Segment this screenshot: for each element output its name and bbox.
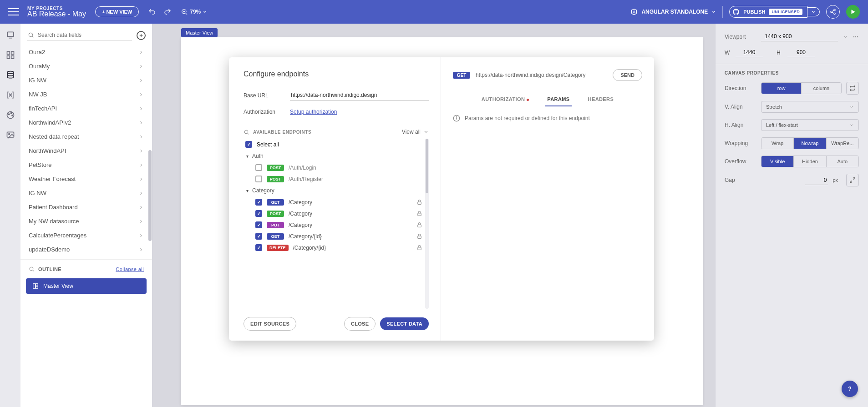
endpoint-checkbox[interactable] bbox=[255, 199, 262, 206]
select-data-button[interactable]: SELECT DATA bbox=[380, 317, 429, 330]
nowrap-btn[interactable]: Nowrap bbox=[794, 138, 826, 149]
share-button[interactable] bbox=[826, 5, 840, 19]
endpoint-scrollbar-thumb[interactable] bbox=[426, 139, 428, 193]
layers-icon[interactable] bbox=[5, 30, 15, 40]
endpoint-row[interactable]: DELETE/Category/{id} bbox=[244, 242, 424, 253]
more-icon[interactable] bbox=[853, 34, 859, 40]
datasource-item[interactable]: IG NW bbox=[20, 186, 152, 200]
artboard[interactable]: Configure endpoints Base URL Authorizati… bbox=[181, 37, 703, 405]
endpoint-checkbox[interactable] bbox=[255, 164, 262, 171]
direction-column-btn[interactable]: column bbox=[802, 83, 841, 94]
variables-icon[interactable] bbox=[5, 90, 15, 100]
endpoint-checkbox[interactable] bbox=[255, 244, 262, 251]
components-icon[interactable] bbox=[5, 50, 15, 60]
endpoint-row[interactable]: POST/Auth/Login bbox=[244, 162, 424, 173]
wrap-btn[interactable]: Wrap bbox=[761, 138, 794, 149]
endpoint-checkbox[interactable] bbox=[255, 221, 262, 228]
close-button[interactable]: CLOSE bbox=[344, 317, 376, 331]
height-input[interactable] bbox=[787, 48, 815, 57]
edit-sources-button[interactable]: EDIT SOURCES bbox=[244, 317, 296, 331]
endpoint-row[interactable]: GET/Category bbox=[244, 196, 424, 208]
datasource-item[interactable]: Oura2 bbox=[20, 45, 152, 59]
redo-icon[interactable] bbox=[162, 7, 173, 17]
gap-input[interactable] bbox=[805, 176, 828, 185]
preview-button[interactable] bbox=[846, 5, 860, 19]
lock-icon bbox=[416, 233, 422, 239]
endpoint-checkbox[interactable] bbox=[255, 176, 262, 182]
datasource-item[interactable]: OuraMy bbox=[20, 59, 152, 73]
theme-icon[interactable] bbox=[5, 110, 15, 120]
selected-method-badge: GET bbox=[453, 72, 470, 79]
framework-selector[interactable]: ANGULAR STANDALONE bbox=[630, 8, 716, 15]
tab-params[interactable]: PARAMS bbox=[545, 92, 571, 106]
new-view-button[interactable]: + NEW VIEW bbox=[95, 6, 139, 17]
gap-link-button[interactable] bbox=[846, 174, 859, 186]
swap-direction-button[interactable] bbox=[846, 82, 859, 95]
search-icon[interactable] bbox=[29, 266, 35, 272]
width-input[interactable] bbox=[736, 48, 763, 57]
datasource-item[interactable]: NW JB bbox=[20, 87, 152, 101]
valign-select[interactable]: Stretch bbox=[761, 101, 859, 113]
overflow-segmented: Visible Hidden Auto bbox=[761, 156, 859, 167]
auto-btn[interactable]: Auto bbox=[827, 156, 858, 167]
wraprev-btn[interactable]: WrapRe... bbox=[827, 138, 858, 149]
endpoint-scrollbar-track[interactable] bbox=[425, 139, 429, 309]
datasource-item[interactable]: IG NW bbox=[20, 73, 152, 87]
datasource-item[interactable]: updateDSdemo bbox=[20, 242, 152, 256]
endpoint-row[interactable]: POST/Auth/Register bbox=[244, 173, 424, 185]
sidebar-scroll-thumb[interactable] bbox=[148, 150, 152, 241]
tab-authorization[interactable]: AUTHORIZATION bbox=[480, 92, 531, 106]
undo-icon[interactable] bbox=[147, 7, 157, 17]
view-icon bbox=[32, 283, 39, 289]
datasource-item[interactable]: NorthwindAPIv2 bbox=[20, 116, 152, 130]
viewport-input[interactable] bbox=[761, 32, 838, 41]
zoom-control[interactable]: 79% bbox=[181, 8, 207, 15]
data-icon[interactable] bbox=[5, 70, 15, 80]
properties-panel: Viewport W H CANVAS PROPERTIES Direction… bbox=[715, 24, 868, 407]
menu-icon[interactable] bbox=[8, 6, 19, 17]
halign-select[interactable]: Left / flex-start bbox=[761, 119, 859, 131]
search-input[interactable] bbox=[38, 32, 131, 38]
endpoint-checkbox[interactable] bbox=[255, 233, 262, 240]
datasource-item[interactable]: NorthWindAPI bbox=[20, 144, 152, 158]
direction-row-btn[interactable]: row bbox=[761, 83, 802, 94]
projects-label[interactable]: MY PROJECTS bbox=[27, 6, 86, 11]
chevron-right-icon bbox=[138, 148, 144, 154]
tab-headers[interactable]: HEADERS bbox=[586, 92, 616, 106]
datasource-item[interactable]: Weather Forecast bbox=[20, 172, 152, 186]
datasource-item[interactable]: Patient Dashboard bbox=[20, 200, 152, 214]
help-button[interactable]: ? bbox=[842, 381, 858, 397]
endpoint-row[interactable]: POST/Category bbox=[244, 208, 424, 219]
base-url-input[interactable] bbox=[290, 90, 429, 100]
outline-master-view[interactable]: Master View bbox=[26, 278, 147, 294]
publish-dropdown[interactable] bbox=[807, 7, 820, 16]
search-icon[interactable] bbox=[244, 129, 249, 135]
canvas-view-tag[interactable]: Master View bbox=[181, 28, 218, 37]
chevron-down-icon[interactable] bbox=[843, 34, 848, 40]
select-all-checkbox[interactable] bbox=[245, 141, 252, 148]
hidden-btn[interactable]: Hidden bbox=[794, 156, 826, 167]
select-all-row[interactable]: Select all bbox=[244, 139, 424, 150]
view-all-dropdown[interactable]: View all bbox=[402, 129, 429, 135]
endpoint-group-header[interactable]: ▾Auth bbox=[246, 150, 424, 162]
datasource-item[interactable]: PetStore bbox=[20, 158, 152, 172]
assets-icon[interactable] bbox=[5, 130, 15, 140]
search-box[interactable] bbox=[27, 30, 132, 40]
datasource-item[interactable]: Nested data repeat bbox=[20, 130, 152, 144]
endpoint-checkbox[interactable] bbox=[255, 210, 262, 217]
datasource-item[interactable]: My NW datasource bbox=[20, 214, 152, 228]
datasource-item[interactable]: finTechAPI bbox=[20, 101, 152, 116]
send-button[interactable]: SEND bbox=[613, 69, 642, 81]
endpoint-row[interactable]: GET/Category/{id} bbox=[244, 231, 424, 242]
sidebar-scrollbar[interactable] bbox=[147, 27, 152, 407]
collapse-all-link[interactable]: Collapse all bbox=[116, 266, 144, 272]
setup-authorization-link[interactable]: Setup authorization bbox=[290, 109, 337, 115]
endpoint-group-header[interactable]: ▾Category bbox=[246, 185, 424, 196]
publish-button[interactable]: PUBLISH UNLICENSED bbox=[729, 6, 807, 18]
svg-point-16 bbox=[7, 71, 13, 74]
add-datasource-button[interactable]: + bbox=[137, 31, 146, 40]
datasource-item[interactable]: CalculatePercentages bbox=[20, 228, 152, 242]
modal-title: Configure endpoints bbox=[244, 70, 429, 78]
endpoint-row[interactable]: PUT/Category bbox=[244, 219, 424, 231]
visible-btn[interactable]: Visible bbox=[761, 156, 794, 167]
